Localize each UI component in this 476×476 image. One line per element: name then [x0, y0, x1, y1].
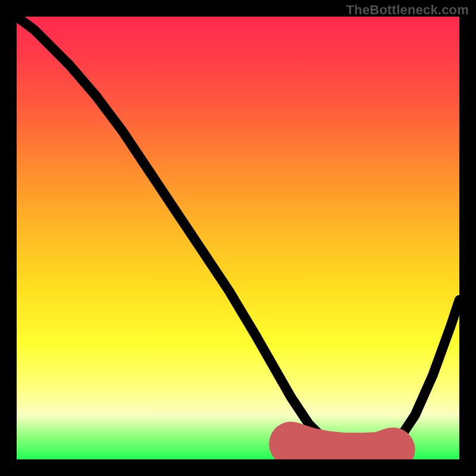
- watermark-label: TheBottleneck.com: [346, 2, 469, 18]
- optimal-zone-point: [303, 443, 315, 456]
- optimal-zone-point: [387, 443, 399, 456]
- chart-svg: [17, 17, 459, 459]
- chart-container: TheBottleneck.com: [0, 0, 476, 476]
- optimal-zone-point: [320, 447, 333, 459]
- plot-area: [17, 17, 459, 459]
- bottleneck-curve-line: [17, 17, 459, 455]
- optimal-zone-point: [285, 438, 298, 450]
